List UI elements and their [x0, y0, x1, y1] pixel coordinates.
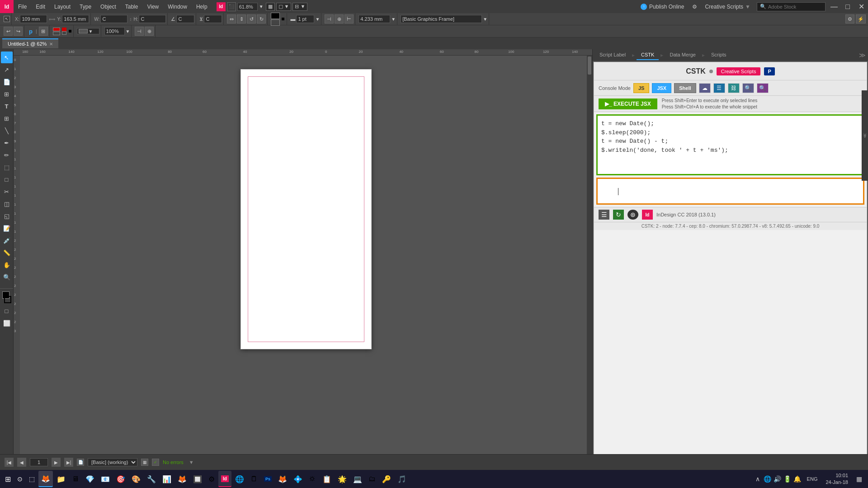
frame-style-chevron[interactable]: ▼ — [483, 17, 487, 22]
menu-table[interactable]: Table — [121, 0, 143, 13]
color-swatches[interactable] — [271, 13, 280, 26]
footer-id-btn[interactable]: Id — [642, 210, 653, 220]
align2-btn2[interactable]: ⊕ — [145, 27, 154, 36]
menu-view[interactable]: View — [142, 0, 163, 13]
footer-refresh-btn[interactable]: ↻ — [613, 210, 624, 220]
menu-object[interactable]: Object — [96, 0, 121, 13]
rotate-ccw-btn[interactable]: ↺ — [247, 14, 256, 23]
style-btn2[interactable]: ⊞ — [39, 27, 48, 36]
angle-input[interactable] — [176, 15, 194, 23]
direct-select-tool[interactable]: ↗ — [1, 64, 13, 75]
menu-type[interactable]: Type — [75, 0, 96, 13]
h-input[interactable] — [139, 15, 166, 23]
gradient-feather-tool[interactable]: ◱ — [1, 210, 13, 222]
taskbar-app-21[interactable]: 🗂 — [366, 471, 378, 487]
mode-icon-search2[interactable]: 🔍 — [757, 83, 769, 93]
taskbar-app-9[interactable]: 📊 — [160, 471, 174, 487]
shear-input[interactable] — [204, 15, 222, 23]
layout-dropdown[interactable]: [Basic] (working) — [88, 458, 137, 466]
taskbar-app-files[interactable]: 📁 — [54, 471, 68, 487]
code-editor[interactable]: t = new Date(); $.sleep(2000); t = new D… — [596, 114, 864, 175]
taskbar-app-5[interactable]: 📧 — [98, 471, 113, 487]
pct-chevron[interactable]: ▼ — [126, 29, 130, 34]
page-canvas[interactable] — [241, 69, 372, 349]
output-area[interactable] — [596, 178, 864, 205]
taskbar-app-6[interactable]: 🎯 — [113, 471, 128, 487]
tray-battery[interactable]: 🔋 — [783, 474, 792, 483]
taskbar-app-22[interactable]: 🔑 — [379, 471, 394, 487]
taskbar-app-13[interactable]: 🌐 — [232, 471, 247, 487]
taskbar-app-14[interactable]: 🗒 — [248, 471, 260, 487]
panel-tab-cstk[interactable]: CSTK — [637, 50, 659, 60]
taskbar-app-indesign[interactable]: Id — [218, 471, 231, 487]
panel-tab-scripts[interactable]: Scripts — [707, 50, 731, 60]
taskbar-app-4[interactable]: 💎 — [83, 471, 97, 487]
panel-edge-toggle[interactable]: ≫ — [862, 90, 868, 181]
measure-tool[interactable]: 📏 — [1, 247, 13, 258]
status-check-icon[interactable]: ✓ — [152, 459, 159, 466]
paypal-btn[interactable]: P — [764, 67, 774, 75]
settings-icon[interactable]: ⚙ — [689, 0, 700, 13]
x-input[interactable] — [20, 15, 47, 23]
next-page-btn[interactable]: ▶ — [52, 458, 61, 467]
text-tool[interactable]: T — [1, 100, 13, 112]
taskbar-app-11[interactable]: 🔲 — [190, 471, 205, 487]
redo-btn[interactable]: ↪ — [14, 27, 23, 36]
first-page-btn[interactable]: |◀ — [5, 458, 14, 467]
taskbar-search[interactable]: ⊙ — [14, 471, 25, 487]
taskbar-app-23[interactable]: 🎵 — [395, 471, 409, 487]
last-page-btn[interactable]: ▶| — [64, 458, 73, 467]
zoom-dropdown-icon[interactable]: ▼ — [259, 4, 264, 9]
taskbar-app-3[interactable]: 🖥 — [69, 471, 82, 487]
mode-icon-search1[interactable]: 🔍 — [742, 83, 754, 93]
errors-chevron[interactable]: ▼ — [189, 460, 194, 465]
gap-tool[interactable]: ⊞ — [1, 88, 13, 100]
zoom-input[interactable]: 61.8% — [237, 3, 258, 11]
taskbar-app-19[interactable]: 🌟 — [335, 471, 349, 487]
note-tool[interactable]: 📝 — [1, 222, 13, 234]
taskbar-app-7[interactable]: 🎨 — [129, 471, 143, 487]
frame-style-input[interactable] — [401, 15, 482, 23]
page-number-input[interactable] — [30, 458, 48, 466]
taskbar-task-view[interactable]: ⬚ — [26, 471, 38, 487]
taskbar-app-15[interactable]: 🦊 — [275, 471, 290, 487]
start-button[interactable]: ⊞ — [2, 471, 14, 487]
align-left-btn[interactable]: ⊣ — [325, 14, 334, 23]
scroll-v[interactable] — [587, 56, 592, 460]
creative-scripts-panel-btn[interactable]: Creative Scripts — [717, 67, 761, 75]
maximize-button[interactable]: □ — [841, 0, 854, 13]
close-button[interactable]: ✕ — [854, 0, 868, 13]
mode-jsx-btn[interactable]: JSX — [652, 83, 671, 93]
adobe-stock-search-container[interactable]: 🔍 — [757, 2, 826, 11]
mode-icon-bookmark[interactable]: ☰ — [713, 83, 725, 93]
panel-expand-icon[interactable]: ≫ — [859, 52, 866, 59]
page-tool[interactable]: 📄 — [1, 76, 13, 88]
taskbar-app-explorer[interactable]: 🦊 — [38, 471, 53, 487]
mode-js-btn[interactable]: JS — [633, 83, 649, 93]
table-tool[interactable]: ⊞ — [1, 113, 13, 124]
eyedropper-tool[interactable]: 💉 — [1, 235, 13, 246]
flip-h-btn[interactable]: ⇔ — [227, 14, 236, 23]
tray-volume[interactable]: 🔊 — [773, 474, 782, 483]
stroke-tool[interactable] — [4, 296, 11, 303]
select-tool[interactable]: ↖ — [1, 52, 13, 63]
tab-close-icon[interactable]: ✕ — [49, 42, 53, 47]
mode-icon-link[interactable]: ⛓ — [728, 83, 740, 93]
rect-tool[interactable]: □ — [1, 174, 13, 185]
normal-view-btn[interactable]: □ — [1, 305, 13, 317]
flip-v-btn[interactable]: ⇕ — [237, 14, 246, 23]
taskbar-app-20[interactable]: 💻 — [350, 471, 365, 487]
adobe-stock-input[interactable] — [768, 4, 822, 9]
menu-edit[interactable]: Edit — [31, 0, 50, 13]
pencil-tool[interactable]: ✏ — [1, 149, 13, 161]
res-btn[interactable]: ▦ — [266, 3, 275, 11]
align2-btn1[interactable]: ⊣ — [135, 27, 144, 36]
minimize-button[interactable]: — — [827, 0, 841, 13]
line-tool[interactable]: ╲ — [1, 125, 13, 136]
footer-list-btn[interactable]: ☰ — [599, 210, 609, 220]
taskbar-app-17[interactable]: ⛭ — [306, 471, 319, 487]
menu-window[interactable]: Window — [163, 0, 192, 13]
undo-btn[interactable]: ↩ — [4, 27, 13, 36]
lightning-btn[interactable]: ⚡ — [856, 14, 866, 23]
hand-tool[interactable]: ✋ — [1, 259, 13, 271]
